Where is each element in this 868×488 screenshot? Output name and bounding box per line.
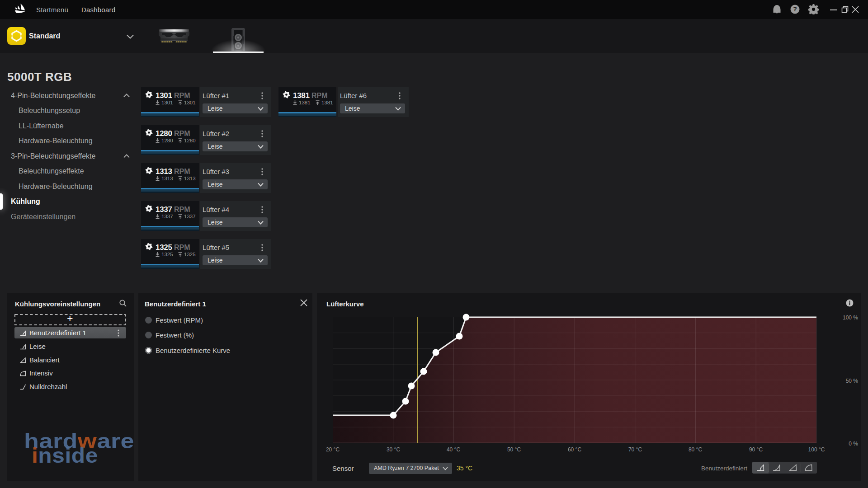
svg-text:?: ? [793,5,797,13]
